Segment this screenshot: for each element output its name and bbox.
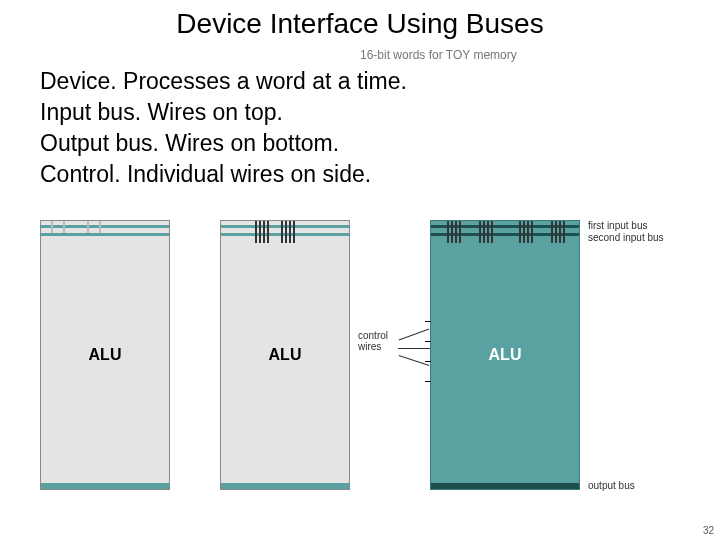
body-line-device: Device. Processes a word at a time. <box>40 66 680 97</box>
leader-line-icon <box>398 348 430 349</box>
alu-label: ALU <box>221 346 349 364</box>
slide-title: Device Interface Using Buses <box>0 8 720 40</box>
second-input-bus-label: second input bus <box>588 232 664 243</box>
output-bus-icon <box>221 483 349 489</box>
leader-line-icon <box>399 329 429 341</box>
control-wire-icon <box>425 321 431 322</box>
input-ticks-icon <box>41 221 169 245</box>
body-line-control: Control. Individual wires on side. <box>40 159 680 190</box>
output-bus-icon <box>41 483 169 489</box>
slide: Device Interface Using Buses 16-bit word… <box>0 0 720 540</box>
control-wire-icon <box>425 381 431 382</box>
first-input-bus-label: first input bus <box>588 220 647 231</box>
page-number: 32 <box>703 525 714 536</box>
output-bus-icon <box>431 483 579 489</box>
input-ticks-icon <box>221 221 349 245</box>
input-ticks-icon <box>431 221 579 245</box>
alu-module-b: ALU <box>220 220 350 490</box>
output-bus-label: output bus <box>588 480 635 491</box>
body-text: Device. Processes a word at a time. Inpu… <box>40 66 680 190</box>
body-line-outputbus: Output bus. Wires on bottom. <box>40 128 680 159</box>
alu-label: ALU <box>431 346 579 364</box>
alu-module-a: ALU <box>40 220 170 490</box>
memory-note: 16-bit words for TOY memory <box>360 48 517 62</box>
control-wire-icon <box>425 341 431 342</box>
bus-diagram: ALU ALU control wires <box>40 220 680 500</box>
alu-module-c: ALU <box>430 220 580 490</box>
body-line-inputbus: Input bus. Wires on top. <box>40 97 680 128</box>
alu-label: ALU <box>41 346 169 364</box>
control-wires-label: control wires <box>358 330 388 352</box>
